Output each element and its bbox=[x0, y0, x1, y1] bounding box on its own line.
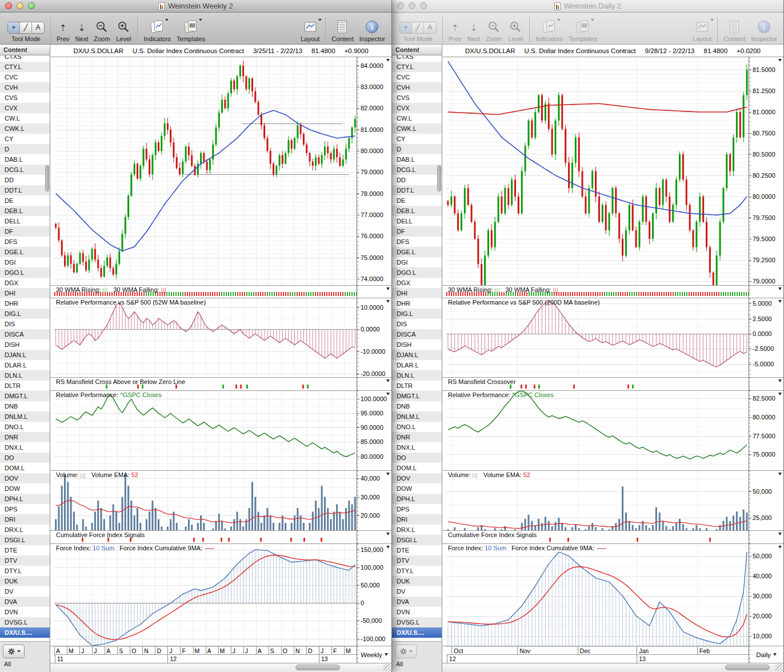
sidebar-item-symbol[interactable]: DGI bbox=[0, 257, 50, 267]
sidebar-item-symbol[interactable]: CY bbox=[392, 134, 442, 144]
force-index-panel[interactable]: Force Index: 10 Sum Force Index Cumulati… bbox=[50, 544, 391, 646]
sidebar-item-symbol[interactable]: DMGT.L bbox=[0, 391, 50, 401]
resize-grip-icon[interactable] bbox=[383, 664, 391, 671]
sidebar-item-symbol[interactable]: DGX bbox=[0, 278, 50, 288]
sidebar-item-symbol[interactable]: DHI bbox=[0, 288, 50, 298]
sidebar-item-symbol[interactable]: DSGI.L bbox=[392, 535, 442, 545]
sidebar-item-symbol[interactable]: CVC bbox=[392, 72, 442, 82]
sidebar-item-symbol[interactable]: DTV bbox=[392, 555, 442, 566]
sidebar-item-symbol[interactable]: D bbox=[392, 144, 442, 154]
sidebar-item-symbol[interactable]: DIS bbox=[0, 319, 50, 329]
force-axis[interactable]: 150,000100,00050,0000-50,000-100,000 bbox=[357, 544, 391, 646]
sidebar-item-symbol[interactable]: DIG.L bbox=[392, 309, 442, 319]
zoom-button[interactable] bbox=[28, 2, 35, 9]
sidebar-item-symbol[interactable]: CVS bbox=[392, 93, 442, 103]
panel-disclosure-icon[interactable] bbox=[386, 473, 390, 475]
sidebar-item-symbol[interactable]: DNX.L bbox=[0, 442, 50, 453]
sidebar-item-symbol[interactable]: DV bbox=[0, 586, 50, 597]
sidebar-item-symbol[interactable]: DOW bbox=[392, 483, 442, 494]
sidebar-item-symbol[interactable]: DGX bbox=[392, 278, 442, 288]
sidebar-item-symbol[interactable]: CVX bbox=[0, 103, 50, 113]
sidebar-item-symbol[interactable]: DVN bbox=[0, 607, 50, 617]
sidebar-item-symbol[interactable]: CWK.L bbox=[0, 123, 50, 134]
resize-grip-icon[interactable] bbox=[775, 664, 783, 671]
sidebar-item-symbol[interactable]: DPS bbox=[0, 504, 50, 514]
sidebar-item-symbol[interactable]: DAB.L bbox=[0, 154, 50, 165]
sidebar-item-symbol[interactable]: DD bbox=[392, 175, 442, 185]
sidebar-item-symbol[interactable]: CVS bbox=[0, 93, 50, 103]
panel-disclosure-icon[interactable] bbox=[386, 379, 390, 382]
timeframe-dropdown[interactable]: Daily bbox=[749, 646, 783, 663]
price-axis[interactable]: 81.500081.250081.000080.750080.500080.25… bbox=[749, 57, 783, 285]
prev-button[interactable]: ⇡Prev bbox=[54, 15, 73, 42]
sidebar-item-symbol[interactable]: DELL bbox=[0, 216, 50, 226]
timeframe-dropdown[interactable]: Weekly bbox=[357, 646, 391, 663]
next-button[interactable]: ⇣Next bbox=[73, 15, 91, 42]
sidebar-item-symbol[interactable]: DJAN.L bbox=[392, 350, 442, 360]
titlebar[interactable]: Weinstein Weekly 2 bbox=[0, 0, 391, 13]
sidebar-item-symbol[interactable]: DUK bbox=[392, 576, 442, 586]
panel-disclosure-icon[interactable] bbox=[386, 287, 390, 290]
sidebar-item-symbol[interactable]: DISCA bbox=[392, 329, 442, 339]
sidebar-item-symbol[interactable]: DPH.L bbox=[0, 494, 50, 504]
sidebar-item-symbol[interactable]: DISH bbox=[392, 339, 442, 350]
move-tool-button[interactable]: + bbox=[400, 22, 412, 33]
sidebar-scrollbar-thumb[interactable] bbox=[45, 165, 49, 191]
sidebar-item-symbol[interactable]: DOW bbox=[0, 483, 50, 494]
volume-axis[interactable]: 50,00025,000 bbox=[749, 471, 783, 530]
sidebar-item-symbol[interactable]: DRX.L bbox=[0, 525, 50, 535]
sidebar-item-symbol[interactable]: DTY.L bbox=[392, 566, 442, 576]
sidebar-item-symbol[interactable]: DNO.L bbox=[0, 422, 50, 432]
horizontal-scrollbar[interactable] bbox=[50, 663, 391, 672]
sidebar-item-symbol[interactable]: DOV bbox=[0, 473, 50, 483]
sidebar-item-symbol[interactable]: DVSG.L bbox=[0, 617, 50, 627]
sidebar-item-symbol[interactable]: DVA bbox=[0, 597, 50, 607]
panel-disclosure-icon[interactable] bbox=[778, 393, 782, 395]
sidebar-item-symbol[interactable]: DD bbox=[0, 175, 50, 185]
zoom-in-button[interactable]: Level bbox=[113, 15, 134, 42]
sidebar-item-symbol[interactable]: DPS bbox=[392, 504, 442, 514]
sidebar-item-symbol[interactable]: DOM.L bbox=[0, 463, 50, 473]
sidebar-item-symbol[interactable]: DNLM.L bbox=[392, 411, 442, 422]
sidebar-item-symbol[interactable]: DX/U.S.... bbox=[392, 627, 442, 638]
sidebar-item-symbol[interactable]: DNX.L bbox=[392, 442, 442, 453]
sidebar-item-symbol[interactable]: DNR bbox=[0, 432, 50, 442]
rp-axis[interactable]: 5.00002.50000.0000-2.5000-5.0000 bbox=[749, 298, 783, 377]
zoom-button[interactable] bbox=[420, 2, 427, 9]
sidebar-item-symbol[interactable]: CY bbox=[0, 134, 50, 144]
sidebar-item-symbol[interactable]: CVH bbox=[392, 82, 442, 93]
sidebar-item-symbol[interactable]: CTXS bbox=[0, 55, 50, 62]
sidebar-item-symbol[interactable]: DVSG.L bbox=[392, 617, 442, 627]
close-button[interactable] bbox=[397, 2, 404, 9]
sidebar-item-symbol[interactable]: DRI bbox=[392, 514, 442, 525]
sidebar-item-symbol[interactable]: DLN.L bbox=[392, 370, 442, 381]
panel-disclosure-icon[interactable] bbox=[778, 287, 782, 290]
sidebar-item-symbol[interactable]: DNLM.L bbox=[0, 411, 50, 422]
panel-disclosure-icon[interactable] bbox=[386, 300, 390, 303]
sidebar-item-symbol[interactable]: DLTR bbox=[392, 381, 442, 391]
gspc-closes-panel[interactable]: Relative Performance: ^GSPC Closes 82.50… bbox=[442, 391, 783, 471]
sidebar-item-symbol[interactable]: DX/U.S.... bbox=[0, 627, 50, 638]
panel-disclosure-icon[interactable] bbox=[778, 473, 782, 475]
indicators-button[interactable]: Indicators bbox=[141, 15, 174, 42]
line-tool-button[interactable]: ╱ bbox=[412, 22, 424, 33]
sidebar-item-symbol[interactable]: DHR bbox=[392, 298, 442, 309]
force-index-panel[interactable]: Force Index: 10 Sum Force Index Cumulati… bbox=[442, 544, 783, 646]
sidebar-item-symbol[interactable]: DGE.L bbox=[392, 247, 442, 257]
price-panel[interactable]: 84.000083.000082.000081.000080.000079.00… bbox=[50, 57, 391, 286]
line-tool-button[interactable]: ╱ bbox=[20, 22, 32, 33]
sidebar-item-symbol[interactable]: CTY.L bbox=[0, 62, 50, 72]
sidebar-item-symbol[interactable]: DISCA bbox=[0, 329, 50, 339]
sidebar-item-symbol[interactable]: DTV bbox=[0, 555, 50, 566]
sidebar-item-symbol[interactable]: CW.L bbox=[0, 113, 50, 123]
symbol-list[interactable]: CTXSCTY.LCVCCVHCVSCVXCW.LCWK.LCYDDAB.LDC… bbox=[0, 55, 50, 641]
price-panel[interactable]: 81.500081.250081.000080.750080.500080.25… bbox=[442, 57, 783, 286]
panel-disclosure-icon[interactable] bbox=[778, 379, 782, 382]
volume-panel[interactable]: Volume: ||| Volume EMA: 52 40,00030,0002… bbox=[50, 471, 391, 531]
panel-disclosure-icon[interactable] bbox=[778, 300, 782, 303]
sidebar-scrollbar-thumb[interactable] bbox=[437, 165, 441, 191]
sidebar-item-symbol[interactable]: DIS bbox=[392, 319, 442, 329]
sidebar-item-symbol[interactable]: DNR bbox=[392, 432, 442, 442]
horizontal-scrollbar[interactable] bbox=[442, 663, 783, 672]
sidebar-item-symbol[interactable]: DE bbox=[392, 195, 442, 206]
